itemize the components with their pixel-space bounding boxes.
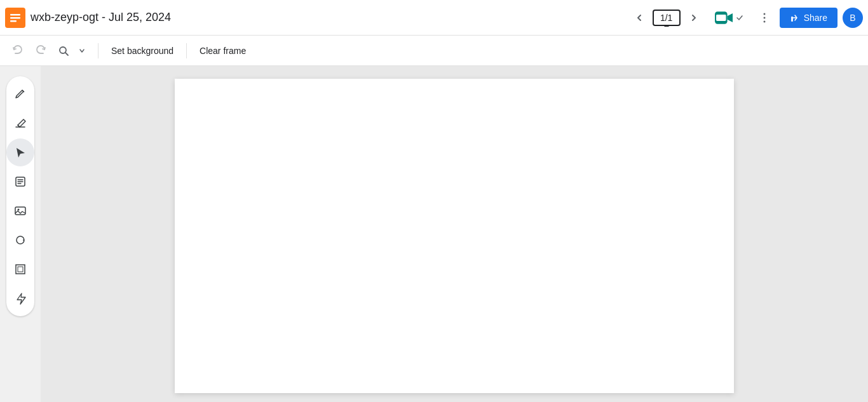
select-tool-button[interactable] xyxy=(6,138,34,166)
canvas-area[interactable] xyxy=(41,66,868,402)
undo-button[interactable] xyxy=(8,41,28,61)
slide-counter: 1/1 xyxy=(653,10,681,26)
meet-button[interactable] xyxy=(710,9,749,27)
svg-rect-9 xyxy=(791,17,793,22)
clear-frame-button[interactable]: Clear frame xyxy=(193,42,252,60)
left-toolbar xyxy=(0,66,41,402)
svg-rect-2 xyxy=(10,17,20,19)
svg-point-7 xyxy=(763,17,765,18)
left-tool-group xyxy=(6,76,34,316)
toolbar-separator-1 xyxy=(98,43,98,58)
image-tool-button[interactable] xyxy=(6,197,34,225)
document-title[interactable]: wxb-zeyp-ogt - Jul 25, 2024 xyxy=(31,11,623,24)
top-bar: wxb-zeyp-ogt - Jul 25, 2024 1/1 xyxy=(0,0,868,36)
slide-canvas[interactable] xyxy=(175,79,734,393)
text-tool-button[interactable] xyxy=(6,168,34,196)
eraser-tool-button[interactable] xyxy=(6,109,34,137)
app-logo xyxy=(5,8,25,28)
shape-tool-button[interactable] xyxy=(6,226,34,254)
main-toolbar: Set background Clear frame xyxy=(0,36,868,66)
share-button[interactable]: Share xyxy=(780,8,837,28)
svg-rect-21 xyxy=(18,267,23,272)
svg-point-17 xyxy=(18,209,20,211)
prev-slide-button[interactable] xyxy=(628,8,650,27)
top-bar-right: Share B xyxy=(710,8,863,28)
set-background-button[interactable]: Set background xyxy=(105,42,180,60)
svg-point-19 xyxy=(23,239,24,241)
next-slide-button[interactable] xyxy=(683,8,705,27)
svg-line-11 xyxy=(65,53,68,55)
zoom-control xyxy=(53,41,89,61)
template-tool-button[interactable] xyxy=(6,285,34,312)
svg-point-6 xyxy=(763,13,765,15)
svg-rect-5 xyxy=(716,15,726,21)
svg-rect-1 xyxy=(10,14,20,16)
user-avatar[interactable]: B xyxy=(843,8,863,28)
svg-rect-3 xyxy=(10,20,17,22)
more-options-button[interactable] xyxy=(754,8,775,28)
share-label: Share xyxy=(804,13,827,23)
svg-rect-20 xyxy=(16,265,25,274)
slide-navigation: 1/1 xyxy=(628,8,705,27)
main-area xyxy=(0,66,868,402)
svg-point-8 xyxy=(763,20,765,22)
zoom-dropdown-button[interactable] xyxy=(75,45,89,57)
toolbar-separator-2 xyxy=(186,43,187,58)
frame-tool-button[interactable] xyxy=(6,255,34,283)
pen-tool-button[interactable] xyxy=(6,80,34,108)
zoom-button[interactable] xyxy=(53,41,74,61)
redo-button[interactable] xyxy=(31,41,51,61)
